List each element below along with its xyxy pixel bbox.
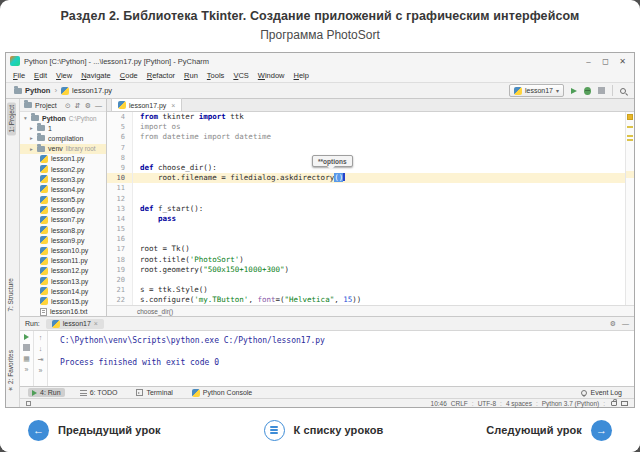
toolwindow-button-structure[interactable]: 7: Structure xyxy=(7,278,14,312)
tree-item-venv[interactable]: ▸venvlibrary root xyxy=(20,144,106,154)
chevron-icon: ▸ xyxy=(29,125,34,131)
scroll-up-icon[interactable]: ↑ xyxy=(39,334,43,341)
tree-item-lesson15-py[interactable]: lesson15.py xyxy=(20,296,106,306)
toolwindow-button-python-console[interactable]: Python Console xyxy=(188,388,256,398)
tree-item-lesson8-py[interactable]: lesson8.py xyxy=(20,225,106,235)
caret-position[interactable]: 10:46 xyxy=(431,400,447,407)
menu-window[interactable]: Window xyxy=(258,71,285,80)
run-configuration-select[interactable]: lesson17 ▾ xyxy=(509,84,564,97)
more-actions-icon[interactable]: » xyxy=(39,367,43,374)
debug-button[interactable] xyxy=(584,87,591,95)
tree-item-lesson12-py[interactable]: lesson12.py xyxy=(20,266,106,276)
close-button[interactable]: ✕ xyxy=(615,57,630,66)
stop-button[interactable] xyxy=(598,87,605,94)
menu-code[interactable]: Code xyxy=(120,71,138,80)
tree-item-lesson7-py[interactable]: lesson7.py xyxy=(20,215,106,225)
lessons-list-button[interactable]: К списку уроков xyxy=(264,420,384,441)
editor-tab-lesson17[interactable]: lesson17.py × xyxy=(111,98,182,111)
tree-item-lesson14-py[interactable]: lesson14.py xyxy=(20,286,106,296)
close-tab-icon[interactable]: × xyxy=(94,320,98,327)
tree-item-lesson11-py[interactable]: lesson11.py xyxy=(20,256,106,266)
menu-edit[interactable]: Edit xyxy=(34,71,47,80)
menu-help[interactable]: Help xyxy=(294,71,309,80)
tree-item-python[interactable]: ▾PythonC:\Python xyxy=(20,113,106,123)
code-area[interactable]: 4from tkinter import ttk5import os6from … xyxy=(107,112,634,305)
hide-panel-icon[interactable]: — xyxy=(622,320,629,327)
tree-item-lesson2-py[interactable]: lesson2.py xyxy=(20,164,106,174)
close-tab-icon[interactable]: × xyxy=(171,102,175,109)
soft-wrap-icon[interactable]: ⇥ xyxy=(38,356,44,363)
tree-item-lesson4-py[interactable]: lesson4.py xyxy=(20,184,106,194)
tree-item-label: lesson14.py xyxy=(51,288,88,295)
restore-layout-icon[interactable]: ▦ xyxy=(23,355,30,362)
tree-item-lesson9-py[interactable]: lesson9.py xyxy=(20,235,106,245)
line-number: 12 xyxy=(107,194,133,204)
menu-navigate[interactable]: Navigate xyxy=(81,71,111,80)
next-lesson-button[interactable]: Следующий урок → xyxy=(486,420,612,441)
collapse-all-icon[interactable]: ⇵ xyxy=(75,102,81,109)
tree-item-lesson13-py[interactable]: lesson13.py xyxy=(20,276,106,286)
python-file-icon xyxy=(40,226,48,234)
code-line-19: 19root.geometry("500x150+1000+300") xyxy=(107,265,634,275)
run-button[interactable] xyxy=(571,88,577,94)
lock-icon[interactable] xyxy=(611,401,617,406)
run-console-output[interactable]: C:\Python\venv\Scripts\python.exe C:/Pyt… xyxy=(48,331,634,386)
editor-context-bar: choose_dir() xyxy=(107,305,634,316)
terminal-icon xyxy=(136,389,143,396)
scroll-down-icon[interactable]: ↓ xyxy=(39,345,43,352)
menu-tools[interactable]: Tools xyxy=(207,71,225,80)
menu-refactor[interactable]: Refactor xyxy=(147,71,175,80)
gear-icon[interactable]: ⚙ xyxy=(610,320,616,327)
status-item[interactable]: Python 3.7 (Python): xyxy=(542,400,605,407)
maximize-button[interactable]: ◻ xyxy=(598,57,613,66)
menu-run[interactable]: Run xyxy=(184,71,198,80)
event-log-button[interactable]: Event Log xyxy=(577,388,626,397)
tree-item-label: venv xyxy=(48,145,63,152)
tree-item-compilation[interactable]: ▸compilation xyxy=(20,133,106,143)
tree-item-lesson1-py[interactable]: lesson1.py xyxy=(20,154,106,164)
pycharm-window: Python [C:\Python] - ...\lesson17.py [Py… xyxy=(5,52,635,408)
editor-scrollbar[interactable] xyxy=(625,112,634,305)
menu-file[interactable]: File xyxy=(13,71,25,80)
code-line-5: 5import os xyxy=(107,122,634,132)
hide-panel-icon[interactable]: — xyxy=(95,102,102,109)
gear-icon[interactable]: ⚙ xyxy=(85,102,91,109)
code-line-7: 7 xyxy=(107,143,634,153)
tree-item-lesson16-txt[interactable]: lesson16.txt xyxy=(20,307,106,316)
tree-item-lesson3-py[interactable]: lesson3.py xyxy=(20,174,106,184)
breadcrumb-project[interactable]: Python xyxy=(14,86,50,95)
line-number: 10 xyxy=(107,173,133,183)
code-line-12: 12 xyxy=(107,194,634,204)
toolwindow-button-4-run[interactable]: 4: Run xyxy=(28,388,65,397)
navigation-bar: Python › lesson17.py lesson17 ▾ xyxy=(6,82,634,99)
tree-item-1[interactable]: ▸1 xyxy=(20,123,106,133)
toolwindow-button-6-todo[interactable]: 6: TODO xyxy=(76,388,122,397)
status-item[interactable]: 4 spaces: xyxy=(506,400,538,407)
locate-icon[interactable]: ⊙ xyxy=(65,102,71,109)
code-text xyxy=(133,183,140,193)
tree-item-lesson10-py[interactable]: lesson10.py xyxy=(20,245,106,255)
tree-item-lesson5-py[interactable]: lesson5.py xyxy=(20,195,106,205)
rerun-button[interactable] xyxy=(24,334,29,340)
breadcrumb-file[interactable]: lesson17.py xyxy=(61,86,112,95)
toolwindow-button-terminal[interactable]: Terminal xyxy=(132,388,176,397)
line-number: 6 xyxy=(107,132,133,142)
search-everywhere-button[interactable] xyxy=(620,88,626,94)
toolwindow-button-project[interactable]: 1: Project xyxy=(7,102,16,135)
tree-item-lesson6-py[interactable]: lesson6.py xyxy=(20,205,106,215)
minimize-button[interactable]: – xyxy=(581,57,596,66)
inspections-indicator[interactable] xyxy=(627,114,633,120)
more-actions-icon[interactable]: » xyxy=(25,366,29,373)
status-item[interactable]: CRLF: xyxy=(451,400,474,407)
screen-reader-icon[interactable] xyxy=(621,401,628,406)
menu-view[interactable]: View xyxy=(56,71,72,80)
prev-lesson-button[interactable]: ← Предыдущий урок xyxy=(28,420,161,441)
status-item[interactable]: UTF-8: xyxy=(478,400,502,407)
run-tab-lesson17[interactable]: lesson17 × xyxy=(46,319,104,329)
toolwindow-toggle-icon[interactable] xyxy=(26,401,31,406)
stop-process-button[interactable] xyxy=(23,344,30,351)
menu-vcs[interactable]: VCS xyxy=(233,71,248,80)
code-line-15: 15 xyxy=(107,224,634,234)
toolwindow-button-favorites[interactable]: ★2: Favorites xyxy=(7,350,14,393)
status-bar: 10:46 CRLF:UTF-8:4 spaces:Python 3.7 (Py… xyxy=(20,398,634,407)
